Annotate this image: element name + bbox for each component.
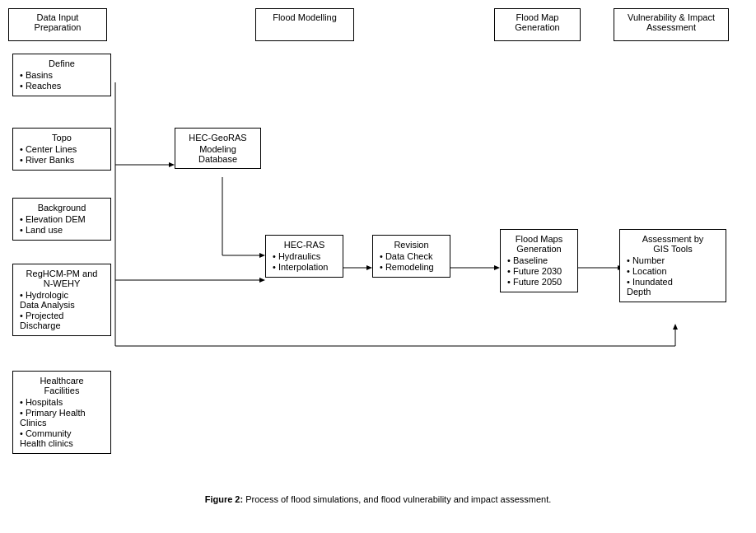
topo-list: Center Lines River Banks <box>20 144 104 165</box>
healthcare-box: HealthcareFacilities Hospitals Primary H… <box>12 371 111 454</box>
hec-georas-box: HEC-GeoRAS ModelingDatabase <box>175 128 261 169</box>
assessment-item-number: Number <box>627 255 719 265</box>
define-title: Define <box>20 58 104 68</box>
assessment-item-depth: InundatedDepth <box>627 277 719 297</box>
healthcare-title: HealthcareFacilities <box>20 376 104 395</box>
healthcare-item-primary: Primary HealthClinics <box>20 408 104 428</box>
assessment-list: Number Location InundatedDepth <box>627 255 719 297</box>
svg-marker-8 <box>259 253 265 258</box>
define-box: Define Basins Reaches <box>12 54 111 96</box>
hec-ras-box: HEC-RAS Hydraulics Interpolation <box>265 235 343 278</box>
svg-marker-17 <box>673 324 678 330</box>
define-item-reaches: Reaches <box>20 81 104 91</box>
header-vuln-impact-label: Vulnerability & ImpactAssessment <box>628 12 715 32</box>
hec-ras-item-interpolation: Interpolation <box>273 262 336 272</box>
figure-caption: Figure 2: Process of flood simulations, … <box>205 494 552 504</box>
hec-georas-title: HEC-GeoRAS <box>182 133 254 143</box>
header-data-input-label: Data InputPreparation <box>35 12 82 32</box>
svg-marker-5 <box>259 278 265 283</box>
revision-title: Revision <box>380 240 443 250</box>
regHCM-item-hydro: HydrologicData Analysis <box>20 290 104 310</box>
define-list: Basins Reaches <box>20 70 104 91</box>
hec-georas-subtitle: ModelingDatabase <box>182 144 254 164</box>
header-flood-map-gen-label: Flood MapGeneration <box>515 12 559 32</box>
revision-item-remodeling: Remodeling <box>380 262 443 272</box>
define-item-basins: Basins <box>20 70 104 80</box>
assessment-box: Assessment byGIS Tools Number Location I… <box>619 229 726 302</box>
topo-box: Topo Center Lines River Banks <box>12 128 111 171</box>
flood-maps-item-2050: Future 2050 <box>507 277 571 287</box>
hec-ras-item-hydraulics: Hydraulics <box>273 251 336 261</box>
header-flood-modelling-label: Flood Modelling <box>273 12 337 22</box>
header-data-input: Data InputPreparation <box>8 8 107 41</box>
hec-ras-title: HEC-RAS <box>273 240 336 250</box>
svg-marker-10 <box>366 265 372 270</box>
figure-caption-bold: Figure 2: <box>205 494 243 504</box>
healthcare-list: Hospitals Primary HealthClinics Communit… <box>20 397 104 448</box>
regHCM-item-discharge: ProjectedDischarge <box>20 311 104 330</box>
healthcare-item-hospitals: Hospitals <box>20 397 104 407</box>
svg-marker-3 <box>169 162 175 167</box>
header-flood-map-gen: Flood MapGeneration <box>494 8 581 41</box>
background-list: Elevation DEM Land use <box>20 214 104 235</box>
background-item-landuse: Land use <box>20 225 104 235</box>
regHCM-list: HydrologicData Analysis ProjectedDischar… <box>20 290 104 330</box>
revision-item-datacheck: Data Check <box>380 251 443 261</box>
regHCM-box: RegHCM-PM andN-WEHY HydrologicData Analy… <box>12 264 111 336</box>
figure-caption-text: Process of flood simulations, and flood … <box>245 494 551 504</box>
topo-item-centerlines: Center Lines <box>20 144 104 154</box>
background-title: Background <box>20 203 104 213</box>
assessment-item-location: Location <box>627 266 719 276</box>
revision-box: Revision Data Check Remodeling <box>372 235 450 278</box>
flood-maps-title: Flood MapsGeneration <box>507 234 571 254</box>
flood-maps-item-baseline: Baseline <box>507 255 571 265</box>
topo-title: Topo <box>20 133 104 143</box>
flood-maps-list: Baseline Future 2030 Future 2050 <box>507 255 571 287</box>
header-flood-modelling: Flood Modelling <box>255 8 354 41</box>
regHCM-title: RegHCM-PM andN-WEHY <box>20 269 104 288</box>
assessment-title: Assessment byGIS Tools <box>627 234 719 254</box>
background-box: Background Elevation DEM Land use <box>12 198 111 241</box>
topo-item-riverbanks: River Banks <box>20 155 104 165</box>
hec-ras-list: Hydraulics Interpolation <box>273 251 336 272</box>
svg-marker-12 <box>494 265 500 270</box>
revision-list: Data Check Remodeling <box>380 251 443 272</box>
healthcare-item-community: CommunityHealth clinics <box>20 428 104 448</box>
header-vuln-impact: Vulnerability & ImpactAssessment <box>614 8 729 41</box>
background-item-dem: Elevation DEM <box>20 214 104 224</box>
flood-maps-item-2030: Future 2030 <box>507 266 571 276</box>
flood-maps-box: Flood MapsGeneration Baseline Future 203… <box>500 229 578 292</box>
diagram-container: Data InputPreparation Flood Modelling Fl… <box>0 0 756 511</box>
